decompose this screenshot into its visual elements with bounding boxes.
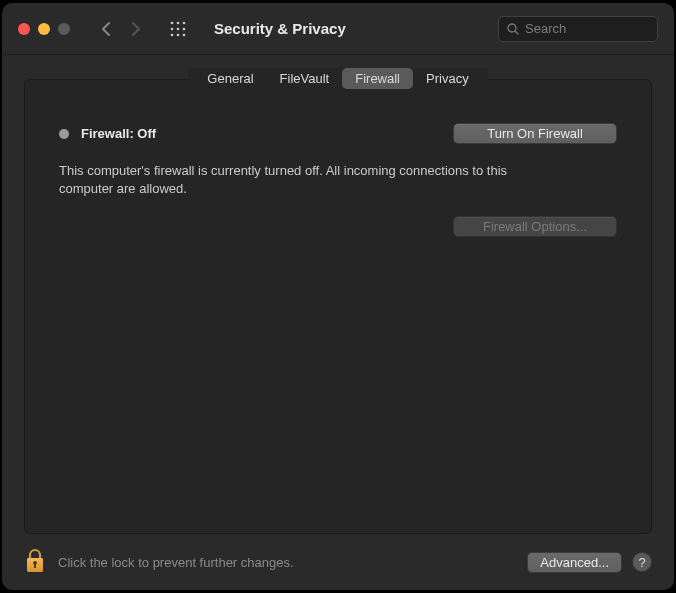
svg-point-7 — [177, 33, 180, 36]
status-indicator-icon — [59, 129, 69, 139]
svg-point-1 — [177, 21, 180, 24]
firewall-description: This computer's firewall is currently tu… — [59, 162, 559, 198]
search-box[interactable] — [498, 16, 658, 42]
tab-filevault[interactable]: FileVault — [267, 68, 343, 89]
tab-firewall[interactable]: Firewall — [342, 68, 413, 89]
panel-body: Firewall: Off Turn On Firewall This comp… — [25, 89, 651, 257]
traffic-lights — [18, 23, 70, 35]
tab-bar: General FileVault Firewall Privacy — [25, 68, 651, 89]
firewall-options-button: Firewall Options... — [453, 216, 617, 237]
svg-point-4 — [177, 27, 180, 30]
svg-rect-14 — [34, 564, 36, 568]
tab-privacy[interactable]: Privacy — [413, 68, 482, 89]
lock-icon[interactable] — [24, 548, 46, 576]
svg-point-8 — [183, 33, 186, 36]
forward-button[interactable] — [131, 21, 142, 37]
zoom-window-button[interactable] — [58, 23, 70, 35]
close-window-button[interactable] — [18, 23, 30, 35]
advanced-button[interactable]: Advanced... — [527, 552, 622, 573]
main-panel: General FileVault Firewall Privacy Firew… — [24, 79, 652, 534]
svg-point-2 — [183, 21, 186, 24]
svg-point-5 — [183, 27, 186, 30]
svg-point-3 — [171, 27, 174, 30]
tab-general[interactable]: General — [194, 68, 266, 89]
footer: Click the lock to prevent further change… — [2, 534, 674, 590]
window-title: Security & Privacy — [214, 20, 490, 37]
help-button[interactable]: ? — [632, 552, 652, 572]
search-icon — [507, 23, 519, 35]
firewall-status-label: Firewall: Off — [81, 126, 156, 141]
turn-on-firewall-button[interactable]: Turn On Firewall — [453, 123, 617, 144]
titlebar: Security & Privacy — [2, 3, 674, 55]
lock-description: Click the lock to prevent further change… — [58, 555, 515, 570]
svg-point-6 — [171, 33, 174, 36]
show-all-icon[interactable] — [170, 21, 186, 37]
nav-arrows — [100, 21, 142, 37]
content-area: General FileVault Firewall Privacy Firew… — [2, 55, 674, 534]
minimize-window-button[interactable] — [38, 23, 50, 35]
svg-point-0 — [171, 21, 174, 24]
back-button[interactable] — [100, 21, 111, 37]
firewall-status-row: Firewall: Off Turn On Firewall — [59, 123, 617, 144]
svg-line-10 — [515, 31, 518, 34]
preferences-window: Security & Privacy General FileVault Fir… — [2, 3, 674, 590]
search-input[interactable] — [525, 21, 649, 36]
